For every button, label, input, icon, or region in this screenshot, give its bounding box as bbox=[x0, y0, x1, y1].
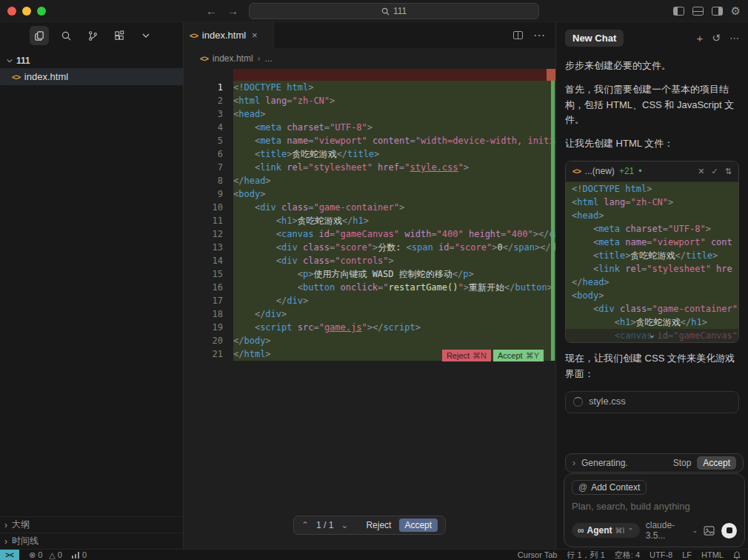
code-line-text: <div class="controls"> bbox=[233, 254, 555, 267]
back-arrow-icon[interactable]: ← bbox=[206, 4, 217, 17]
encoding-status[interactable]: UTF-8 bbox=[650, 550, 672, 559]
timeline-section[interactable]: › 时间线 bbox=[0, 533, 183, 549]
stop-button[interactable]: Stop bbox=[673, 458, 692, 468]
minimize-window-button[interactable] bbox=[22, 7, 31, 16]
forward-arrow-icon[interactable]: → bbox=[227, 4, 238, 17]
card-code-preview[interactable]: <!DOCTYPE html><html lang="zh-CN"><head>… bbox=[566, 182, 738, 342]
maximize-window-button[interactable] bbox=[37, 7, 46, 16]
code-line[interactable]: 10 <div class="game-container"> bbox=[184, 201, 555, 214]
explorer-files-icon[interactable] bbox=[30, 26, 49, 45]
code-line[interactable]: 5 <meta name="viewport" content="width=d… bbox=[184, 134, 555, 147]
editor-tabbar: <> index.html × ⋯ bbox=[184, 22, 555, 48]
code-line[interactable]: <meta name="viewport" cont bbox=[566, 236, 738, 249]
card-expand-icon[interactable]: ⇅ bbox=[725, 165, 732, 179]
eol-status[interactable]: LF bbox=[682, 550, 692, 559]
breadcrumb[interactable]: <> index.html › ... bbox=[184, 48, 555, 69]
code-line-text: <meta name="viewport" cont bbox=[572, 236, 738, 249]
style-css-progress-item[interactable]: style.css bbox=[565, 391, 739, 413]
stop-generation-button[interactable] bbox=[721, 523, 737, 539]
agent-mode-selector[interactable]: ∞ Agent ⌘I ⌃ bbox=[572, 523, 640, 538]
outline-section[interactable]: › 大纲 bbox=[0, 516, 183, 533]
diff-reject-button[interactable]: Reject ⌘N bbox=[442, 350, 491, 361]
code-line[interactable]: <html lang="zh-CN"> bbox=[566, 196, 738, 209]
code-line[interactable]: 11 <h1>贪吃蛇游戏</h1> bbox=[184, 214, 555, 227]
code-line[interactable]: 15 <p>使用方向键或 WASD 控制蛇的移动</p> bbox=[184, 267, 555, 281]
code-line[interactable]: 13 <div class="score">分数: <span id="scor… bbox=[184, 241, 555, 254]
chevron-right-icon: › bbox=[4, 536, 7, 547]
accept-all-button[interactable]: Accept bbox=[398, 519, 438, 532]
folder-row[interactable]: 111 bbox=[0, 53, 183, 68]
card-reject-icon[interactable]: ✕ bbox=[698, 165, 704, 179]
code-line[interactable]: <div class="game-container" bbox=[566, 302, 738, 316]
code-line[interactable]: 19 <script src="game.js"></script> bbox=[184, 321, 555, 334]
remote-indicator-button[interactable]: >< bbox=[0, 550, 19, 560]
code-line[interactable]: </head> bbox=[566, 276, 738, 289]
history-icon[interactable]: ↺ bbox=[712, 32, 721, 44]
problems-errors[interactable]: ⊗ 0 △ 0 bbox=[29, 550, 62, 560]
toggle-left-sidebar-icon[interactable] bbox=[673, 7, 684, 16]
model-selector[interactable]: claude-3.5... ⌄ bbox=[646, 520, 698, 541]
code-line[interactable]: 14 <div class="controls"> bbox=[184, 254, 555, 267]
diff-accept-button[interactable]: Accept ⌘Y bbox=[493, 350, 544, 361]
agent-kbd: ⌘I bbox=[615, 527, 625, 535]
editor-more-actions-icon[interactable]: ⋯ bbox=[533, 28, 545, 42]
new-chat-plus-icon[interactable]: + bbox=[697, 32, 704, 44]
code-line[interactable]: <title>贪吃蛇游戏</title> bbox=[566, 249, 738, 262]
code-line[interactable]: 18 </div> bbox=[184, 307, 555, 321]
code-editor[interactable]: 1<!DOCTYPE html>2<html lang="zh-CN">3<he… bbox=[184, 69, 555, 549]
code-line[interactable]: 3<head> bbox=[184, 107, 555, 121]
card-accept-icon[interactable]: ✓ bbox=[712, 165, 718, 179]
code-line[interactable]: <link rel="stylesheet" hre bbox=[566, 262, 738, 276]
close-window-button[interactable] bbox=[7, 7, 16, 16]
toggle-right-sidebar-icon[interactable] bbox=[712, 7, 723, 16]
bell-icon[interactable] bbox=[733, 551, 741, 559]
code-line[interactable]: 4 <meta charset="UTF-8"> bbox=[184, 121, 555, 134]
image-attach-icon[interactable] bbox=[704, 526, 715, 536]
expand-code-chevron-icon[interactable]: ⌄ bbox=[650, 328, 655, 341]
code-line[interactable]: 20</body> bbox=[184, 334, 555, 347]
ports-indicator[interactable]: 0 bbox=[72, 550, 87, 559]
source-control-icon[interactable] bbox=[83, 26, 102, 45]
gear-icon[interactable]: ⚙ bbox=[731, 5, 741, 16]
code-line[interactable]: <h1>贪吃蛇游戏</h1> bbox=[566, 316, 738, 329]
next-diff-icon[interactable]: ⌄ bbox=[341, 520, 348, 530]
chat-input-box[interactable]: @ Add Context Plan, search, build anythi… bbox=[564, 473, 745, 547]
search-panel-icon[interactable] bbox=[56, 26, 76, 45]
reject-all-button[interactable]: Reject bbox=[366, 520, 391, 530]
code-line[interactable]: 6 <title>贪吃蛇游戏</title> bbox=[184, 147, 555, 161]
more-views-chevron-icon[interactable] bbox=[136, 26, 156, 45]
code-line[interactable]: <head> bbox=[566, 209, 738, 222]
indentation-status[interactable]: 空格: 4 bbox=[615, 550, 640, 560]
chat-input-placeholder[interactable]: Plan, search, build anything bbox=[572, 501, 737, 512]
chevron-right-icon[interactable]: › bbox=[572, 458, 575, 468]
generating-accept-button[interactable]: Accept bbox=[697, 456, 736, 470]
code-line[interactable]: 1<!DOCTYPE html> bbox=[184, 81, 555, 94]
css-file-name: style.css bbox=[589, 394, 626, 410]
extensions-icon[interactable] bbox=[110, 26, 129, 45]
code-line[interactable]: <!DOCTYPE html> bbox=[566, 182, 738, 196]
code-line[interactable]: 12 <canvas id="gameCanvas" width="400" h… bbox=[184, 227, 555, 241]
line-col-status[interactable]: 行 1，列 1 bbox=[567, 550, 604, 560]
toggle-bottom-panel-icon[interactable] bbox=[692, 7, 704, 16]
code-line[interactable]: 8</head> bbox=[184, 174, 555, 187]
code-line[interactable]: <body> bbox=[566, 289, 738, 302]
command-center-search[interactable]: 111 bbox=[249, 3, 539, 19]
prev-diff-icon[interactable]: ⌃ bbox=[301, 520, 309, 530]
split-editor-icon[interactable] bbox=[513, 31, 523, 39]
new-chat-tab[interactable]: New Chat bbox=[565, 30, 624, 47]
code-line[interactable]: 2<html lang="zh-CN"> bbox=[184, 94, 555, 107]
file-row-index-html[interactable]: <> index.html bbox=[0, 68, 183, 85]
code-line-text: <div class="score">分数: <span id="score">… bbox=[233, 241, 555, 254]
code-line[interactable]: 7 <link rel="stylesheet" href="style.css… bbox=[184, 161, 555, 174]
chat-more-icon[interactable]: ⋯ bbox=[729, 33, 739, 44]
close-tab-icon[interactable]: × bbox=[252, 30, 258, 41]
add-context-chip[interactable]: @ Add Context bbox=[572, 480, 647, 495]
code-line[interactable]: 17 </div> bbox=[184, 294, 555, 307]
cursor-tab-status[interactable]: Cursor Tab bbox=[518, 550, 558, 559]
code-line-text: <h1>贪吃蛇游戏</h1> bbox=[233, 214, 555, 227]
tab-index-html[interactable]: <> index.html × bbox=[184, 22, 274, 48]
language-status[interactable]: HTML bbox=[701, 550, 724, 559]
code-line[interactable]: 9<body> bbox=[184, 187, 555, 201]
code-line[interactable]: <meta charset="UTF-8"> bbox=[566, 222, 738, 236]
code-line[interactable]: 16 <button onclick="restartGame()">重新开始<… bbox=[184, 281, 555, 294]
